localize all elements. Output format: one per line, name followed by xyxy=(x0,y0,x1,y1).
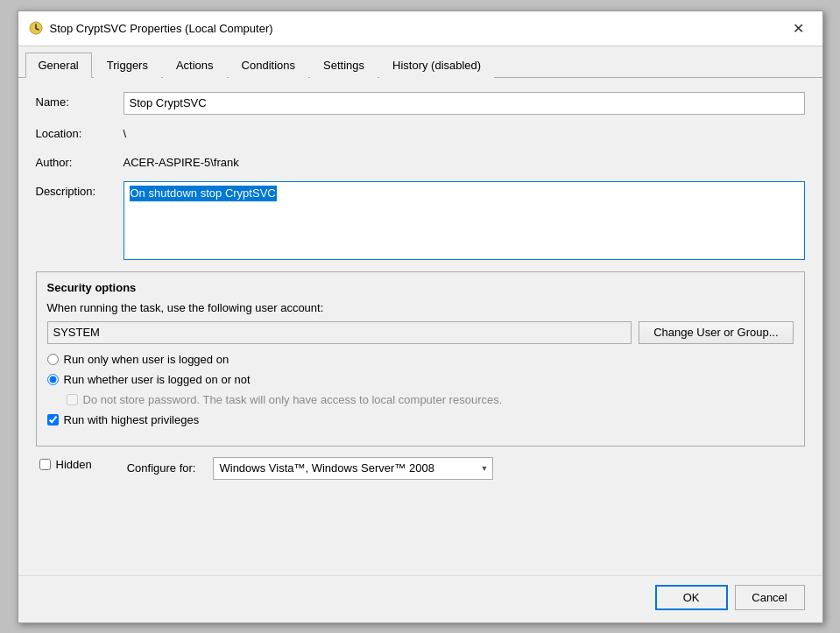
description-textarea[interactable] xyxy=(124,181,805,260)
author-value-wrapper: ACER-ASPIRE-5\frank xyxy=(124,152,805,172)
close-button[interactable]: ✕ xyxy=(786,15,812,41)
tab-general[interactable]: General xyxy=(25,53,92,78)
location-label: Location: xyxy=(36,123,124,140)
user-account-row: Change User or Group... xyxy=(47,321,794,344)
app-icon xyxy=(29,21,43,35)
run-highest-privileges-label: Run with highest privileges xyxy=(64,413,200,426)
change-user-button[interactable]: Change User or Group... xyxy=(639,321,793,344)
ok-button[interactable]: OK xyxy=(655,585,728,610)
dialog: Stop CryptSVC Properties (Local Computer… xyxy=(18,11,823,623)
radio-logged-on-row: Run only when user is logged on xyxy=(47,353,794,366)
location-value: \ xyxy=(124,123,805,144)
hidden-row: Hidden xyxy=(39,458,92,471)
configure-for-label: Configure for: xyxy=(127,461,196,475)
hidden-label: Hidden xyxy=(56,458,92,471)
title-bar: Stop CryptSVC Properties (Local Computer… xyxy=(18,11,822,46)
do-not-store-password-label: Do not store password. The task will onl… xyxy=(83,393,503,406)
tabs-bar: General Triggers Actions Conditions Sett… xyxy=(18,46,822,78)
radio-whether-logged-on[interactable] xyxy=(47,374,59,385)
do-not-store-password-row: Do not store password. The task will onl… xyxy=(47,393,794,406)
cancel-button[interactable]: Cancel xyxy=(735,585,805,610)
location-row: Location: \ xyxy=(36,123,805,144)
tab-history[interactable]: History (disabled) xyxy=(379,53,494,78)
name-row: Name: xyxy=(36,92,805,115)
radio-logged-on-label: Run only when user is logged on xyxy=(64,353,229,366)
run-highest-privileges-row: Run with highest privileges xyxy=(47,413,794,426)
general-tab-content: Name: Location: \ Author: ACER-ASPIRE-5\… xyxy=(18,78,822,575)
author-value: ACER-ASPIRE-5\frank xyxy=(124,152,805,172)
tab-conditions[interactable]: Conditions xyxy=(229,53,308,78)
user-account-input xyxy=(47,321,632,344)
location-value-wrapper: \ xyxy=(124,123,805,144)
radio-whether-label: Run whether user is logged on or not xyxy=(64,373,251,386)
user-account-label: When running the task, use the following… xyxy=(47,301,794,314)
dialog-title: Stop CryptSVC Properties (Local Computer… xyxy=(50,22,273,35)
description-value-wrapper: On shutdown stop CryptSVC xyxy=(124,181,805,263)
radio-logged-on[interactable] xyxy=(47,354,59,365)
tab-actions[interactable]: Actions xyxy=(163,53,227,78)
name-label: Name: xyxy=(36,92,124,109)
configure-for-select[interactable]: Windows Vista™, Windows Server™ 2008Wind… xyxy=(213,457,493,480)
security-options-group: Security options When running the task, … xyxy=(36,271,805,447)
author-label: Author: xyxy=(36,152,124,169)
bottom-row: Hidden Configure for: Windows Vista™, Wi… xyxy=(36,457,805,480)
radio-whether-row: Run whether user is logged on or not xyxy=(47,373,794,386)
footer: OK Cancel xyxy=(18,575,822,622)
tab-triggers[interactable]: Triggers xyxy=(94,53,161,78)
tab-settings[interactable]: Settings xyxy=(310,53,378,78)
hidden-checkbox[interactable] xyxy=(39,459,51,470)
configure-select-wrapper: Windows Vista™, Windows Server™ 2008Wind… xyxy=(213,457,493,480)
run-highest-privileges-checkbox[interactable] xyxy=(47,414,59,426)
name-value-wrapper xyxy=(124,92,805,115)
author-row: Author: ACER-ASPIRE-5\frank xyxy=(36,152,805,172)
name-input[interactable] xyxy=(124,92,805,115)
title-bar-left: Stop CryptSVC Properties (Local Computer… xyxy=(29,21,273,35)
do-not-store-password-checkbox[interactable] xyxy=(67,394,78,405)
security-group-title: Security options xyxy=(47,281,794,294)
description-row: Description: On shutdown stop CryptSVC xyxy=(36,181,805,263)
description-label: Description: xyxy=(36,181,124,198)
